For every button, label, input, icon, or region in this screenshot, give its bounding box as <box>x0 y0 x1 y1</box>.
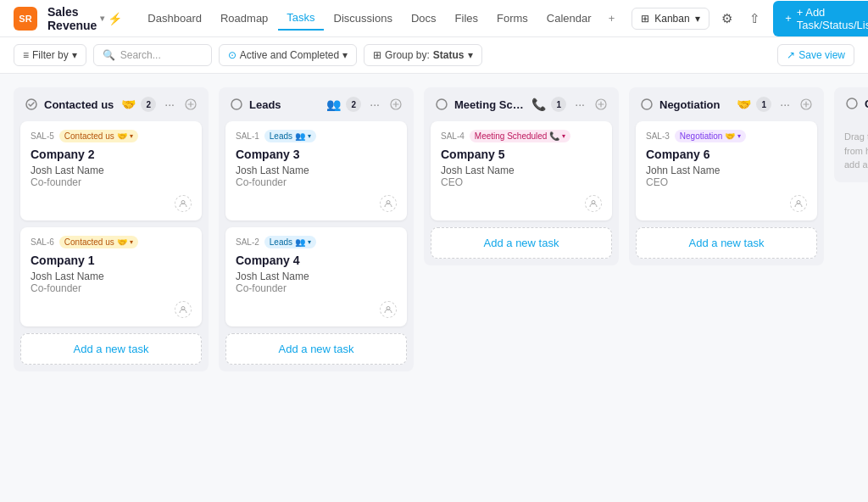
card-sal5-name: Josh Last Name <box>31 165 192 176</box>
card-sal2-role: Co-founder <box>236 282 397 294</box>
card-sal6[interactable]: SAL-6 Contacted us 🤝 ▾ Company 1 Josh La… <box>20 227 202 326</box>
card-sal5-role: Co-founder <box>31 176 192 188</box>
search-icon: 🔍 <box>103 49 115 61</box>
save-view-button[interactable]: ↗ Save view <box>777 44 854 66</box>
card-sal1[interactable]: SAL-1 Leads 👥 ▾ Company 3 Josh Last Name… <box>225 121 407 220</box>
column-meeting-icon <box>434 97 449 112</box>
column-meeting-menu[interactable]: ··· <box>571 96 588 113</box>
column-contacted-menu[interactable]: ··· <box>161 96 178 113</box>
nav-tabs: Dashboard Roadmap Tasks Discussions Docs… <box>139 6 621 31</box>
column-contacted-add-task[interactable]: Add a new task <box>20 333 202 365</box>
tab-tasks[interactable]: Tasks <box>278 6 323 31</box>
filter-icon: ≡ <box>23 49 29 61</box>
card-sal4-meta: SAL-4 Meeting Scheduled 📞 ▾ <box>441 130 602 142</box>
column-leads-menu[interactable]: ··· <box>366 96 383 113</box>
share-button[interactable]: ⇧ <box>745 7 765 31</box>
group-icon: ⊞ <box>373 49 381 61</box>
card-sal4-role: CEO <box>441 176 602 188</box>
column-leads-emoji: 👥 <box>326 98 341 111</box>
column-leads-add-task[interactable]: Add a new task <box>225 333 407 365</box>
column-contacted-header: Contacted us 🤝 2 ··· <box>14 87 209 121</box>
search-placeholder: Search... <box>120 49 161 61</box>
card-sal2-name: Josh Last Name <box>236 271 397 282</box>
column-leads-count: 2 <box>346 97 361 112</box>
card-sal6-assign[interactable] <box>175 301 192 318</box>
column-meeting-header: Meeting Scheduled ... 📞 1 ··· <box>424 87 619 121</box>
active-dot-icon: ⊙ <box>228 49 236 61</box>
card-sal2[interactable]: SAL-2 Leads 👥 ▾ Company 4 Josh Last Name… <box>225 227 407 326</box>
column-negotiation-add-task[interactable]: Add a new task <box>636 227 817 259</box>
column-leads-title: Leads <box>249 98 321 111</box>
app-title-text: Sales Revenue <box>47 5 97 32</box>
card-sal1-role: Co-founder <box>236 176 397 188</box>
column-negotiation-cards: SAL-3 Negotiation 🤝 ▾ Company 6 John Las… <box>629 121 824 227</box>
column-contacted-icon <box>24 97 39 112</box>
card-sal4-assign[interactable] <box>585 195 602 212</box>
title-chevron-icon[interactable]: ▾ <box>100 14 104 23</box>
svg-point-14 <box>847 98 857 109</box>
group-chevron-icon: ▾ <box>468 49 473 61</box>
add-task-status-button[interactable]: + + Add Task/Status/List <box>773 1 868 36</box>
column-meeting-title: Meeting Scheduled ... <box>454 98 526 111</box>
column-negotiation-emoji: 🤝 <box>737 98 751 111</box>
column-meeting-add-task[interactable]: Add a new task <box>431 227 612 259</box>
card-sal5-assign[interactable] <box>175 195 192 212</box>
card-sal4-id: SAL-4 <box>441 131 465 141</box>
column-meeting-emoji: 📞 <box>531 98 546 111</box>
card-sal1-assign[interactable] <box>380 195 397 212</box>
card-sal3-name: John Last Name <box>646 165 807 176</box>
card-sal3[interactable]: SAL-3 Negotiation 🤝 ▾ Company 6 John Las… <box>636 121 817 220</box>
active-completed-filter[interactable]: ⊙ Active and Completed ▾ <box>219 44 357 66</box>
tab-dashboard[interactable]: Dashboard <box>139 7 210 30</box>
column-contacted-add[interactable] <box>183 97 198 112</box>
save-view-icon: ↗ <box>787 49 795 61</box>
save-view-label: Save view <box>798 49 845 61</box>
column-contacted: Contacted us 🤝 2 ··· SAL-5 Contacted us … <box>14 87 209 371</box>
column-partial-icon <box>844 96 860 111</box>
card-sal2-meta: SAL-2 Leads 👥 ▾ <box>236 236 397 248</box>
card-sal3-assign[interactable] <box>790 195 807 212</box>
tab-forms[interactable]: Forms <box>488 7 537 30</box>
tab-calendar[interactable]: Calendar <box>538 7 600 30</box>
tab-docs[interactable]: Docs <box>403 7 445 30</box>
filter-bar: ≡ Filter by ▾ 🔍 Search... ⊙ Active and C… <box>0 37 868 74</box>
card-sal4[interactable]: SAL-4 Meeting Scheduled 📞 ▾ Company 5 Jo… <box>431 121 612 220</box>
tab-discussions[interactable]: Discussions <box>326 7 401 30</box>
column-negotiation-add[interactable] <box>798 97 814 112</box>
column-contacted-cards: SAL-5 Contacted us 🤝 ▾ Company 2 Josh La… <box>14 121 209 333</box>
add-label: + Add Task/Status/List <box>797 6 868 31</box>
column-meeting-add[interactable] <box>593 97 609 112</box>
filter-label: Filter by <box>32 49 69 61</box>
group-by-button[interactable]: ⊞ Group by: Status ▾ <box>364 44 481 66</box>
column-negotiation-menu[interactable]: ··· <box>776 96 793 113</box>
card-sal3-footer <box>646 195 807 212</box>
column-leads-add[interactable] <box>388 97 403 112</box>
kanban-view-button[interactable]: ⊞ Kanban ▾ <box>632 8 709 30</box>
active-chevron-icon: ▾ <box>342 49 348 61</box>
column-leads-icon <box>229 97 244 112</box>
app-icon: SR <box>14 7 37 31</box>
card-sal1-meta: SAL-1 Leads 👥 ▾ <box>236 130 397 142</box>
column-negotiation: Negotiation 🤝 1 ··· SAL-3 Negotiation 🤝 … <box>629 87 824 265</box>
column-negotiation-icon <box>639 97 654 112</box>
card-sal6-name: Josh Last Name <box>31 271 192 282</box>
search-box[interactable]: 🔍 Search... <box>93 44 212 66</box>
card-sal2-assign[interactable] <box>380 301 397 318</box>
add-tab-button[interactable]: + <box>602 8 622 28</box>
tab-roadmap[interactable]: Roadmap <box>212 7 276 30</box>
column-negotiation-header: Negotiation 🤝 1 ··· <box>629 87 824 121</box>
column-contacted-emoji: 🤝 <box>121 98 136 111</box>
card-sal5[interactable]: SAL-5 Contacted us 🤝 ▾ Company 2 Josh La… <box>20 121 202 220</box>
tab-files[interactable]: Files <box>447 7 487 30</box>
settings-button[interactable]: ⚙ <box>718 7 737 31</box>
card-sal6-id: SAL-6 <box>31 237 54 247</box>
column-negotiation-count: 1 <box>756 97 771 112</box>
card-sal6-meta: SAL-6 Contacted us 🤝 ▾ <box>31 236 192 248</box>
column-meeting: Meeting Scheduled ... 📞 1 ··· SAL-4 Meet… <box>424 87 619 265</box>
filter-by-button[interactable]: ≡ Filter by ▾ <box>14 44 86 66</box>
card-sal6-company: Company 1 <box>31 254 192 267</box>
card-sal4-footer <box>441 195 602 212</box>
card-sal1-name: Josh Last Name <box>236 165 397 176</box>
kanban-grid-icon: ⊞ <box>641 13 649 25</box>
card-sal3-company: Company 6 <box>646 148 807 161</box>
